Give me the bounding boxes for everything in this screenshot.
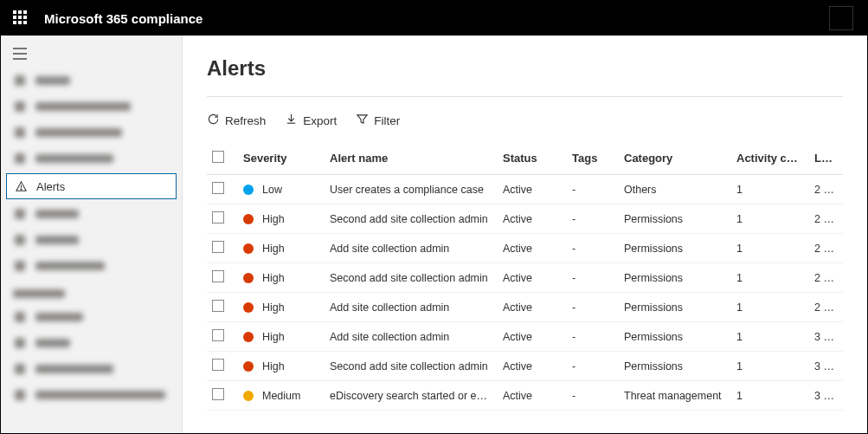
export-label: Export xyxy=(303,114,337,127)
refresh-button[interactable]: Refresh xyxy=(207,113,266,128)
activity-cell: 1 xyxy=(731,234,809,263)
last-cell: 2 months ago xyxy=(809,204,843,234)
filter-button[interactable]: Filter xyxy=(356,113,400,128)
category-cell: Permissions xyxy=(619,322,731,352)
app-launcher-icon[interactable] xyxy=(13,10,29,26)
activity-cell: 1 xyxy=(731,293,809,322)
alert-name-cell: eDiscovery search started or exported xyxy=(325,381,498,411)
tags-cell: - xyxy=(567,352,619,381)
severity-label: High xyxy=(262,272,285,284)
col-last-occurrence[interactable]: Last occurrence ... xyxy=(809,144,843,175)
col-category[interactable]: Category xyxy=(619,144,731,175)
export-button[interactable]: Export xyxy=(285,113,337,128)
severity-label: High xyxy=(262,213,285,225)
severity-label: High xyxy=(262,360,285,372)
activity-cell: 1 xyxy=(731,175,809,204)
tags-cell: - xyxy=(567,381,619,411)
alert-name-cell: Add site collection admin xyxy=(325,293,498,322)
brand-title: Microsoft 365 compliance xyxy=(44,11,203,26)
last-cell: 2 months ago xyxy=(809,263,843,293)
tags-cell: - xyxy=(567,293,619,322)
row-checkbox[interactable] xyxy=(212,359,224,371)
tags-cell: - xyxy=(567,322,619,352)
sidebar-section-heading xyxy=(1,279,182,304)
status-cell: Active xyxy=(498,263,567,293)
avatar[interactable] xyxy=(829,6,853,30)
severity-dot-icon xyxy=(243,332,254,342)
severity-label: Medium xyxy=(262,390,300,402)
page-title: Alerts xyxy=(207,56,843,81)
severity-dot-icon xyxy=(243,391,254,401)
table-row[interactable]: HighAdd site collection adminActive-Perm… xyxy=(207,322,843,352)
sidebar-item-redacted xyxy=(1,253,182,279)
table-row[interactable]: HighSecond add site collection adminActi… xyxy=(207,263,843,293)
col-tags[interactable]: Tags xyxy=(567,144,619,175)
category-cell: Permissions xyxy=(619,263,731,293)
status-cell: Active xyxy=(498,381,567,411)
sidebar-item-redacted xyxy=(1,146,182,172)
col-severity[interactable]: Severity xyxy=(238,144,325,175)
table-row[interactable]: HighSecond add site collection adminActi… xyxy=(207,352,843,381)
row-checkbox[interactable] xyxy=(212,329,224,341)
row-checkbox[interactable] xyxy=(212,388,224,400)
severity-label: High xyxy=(262,243,285,255)
col-activity-count[interactable]: Activity count xyxy=(731,144,809,175)
top-bar: Microsoft 365 compliance xyxy=(1,1,867,36)
filter-label: Filter xyxy=(374,114,400,127)
status-cell: Active xyxy=(498,234,567,263)
row-checkbox[interactable] xyxy=(212,182,224,194)
alert-name-cell: Second add site collection admin xyxy=(325,204,498,234)
activity-cell: 1 xyxy=(731,352,809,381)
alerts-table: Severity Alert name Status Tags Category… xyxy=(207,144,843,411)
table-row[interactable]: MediumeDiscovery search started or expor… xyxy=(207,381,843,411)
select-all-checkbox[interactable] xyxy=(212,151,224,163)
row-checkbox[interactable] xyxy=(212,211,224,223)
last-cell: 2 months ago xyxy=(809,293,843,322)
sidebar-item-redacted xyxy=(1,120,182,146)
severity-label: High xyxy=(262,331,285,343)
last-cell: 2 months ago xyxy=(809,175,843,204)
table-row[interactable]: HighAdd site collection adminActive-Perm… xyxy=(207,234,843,263)
tags-cell: - xyxy=(567,263,619,293)
last-cell: 3 months ago xyxy=(809,352,843,381)
row-checkbox[interactable] xyxy=(212,241,224,253)
col-status[interactable]: Status xyxy=(498,144,567,175)
row-checkbox[interactable] xyxy=(212,300,224,312)
category-cell: Permissions xyxy=(619,352,731,381)
alert-name-cell: Second add site collection admin xyxy=(325,263,498,293)
tags-cell: - xyxy=(567,204,619,234)
tags-cell: - xyxy=(567,234,619,263)
activity-cell: 1 xyxy=(731,322,809,352)
last-cell: 3 months ago xyxy=(809,381,843,411)
row-checkbox[interactable] xyxy=(212,270,224,282)
alert-name-cell: Add site collection admin xyxy=(325,322,498,352)
sidebar-item-redacted xyxy=(1,356,182,382)
table-row[interactable]: LowUser creates a compliance caseActive-… xyxy=(207,175,843,204)
activity-cell: 1 xyxy=(731,263,809,293)
severity-label: High xyxy=(262,301,285,314)
activity-cell: 1 xyxy=(731,204,809,234)
table-row[interactable]: HighSecond add site collection adminActi… xyxy=(207,204,843,234)
alert-name-cell: Add site collection admin xyxy=(325,234,498,263)
sidebar-item-redacted xyxy=(1,68,182,94)
severity-dot-icon xyxy=(243,243,254,254)
svg-point-4 xyxy=(20,189,21,190)
table-row[interactable]: HighAdd site collection adminActive-Perm… xyxy=(207,293,843,322)
activity-cell: 1 xyxy=(731,381,809,411)
col-alert-name[interactable]: Alert name xyxy=(325,144,498,175)
divider xyxy=(207,96,843,97)
refresh-label: Refresh xyxy=(225,114,266,127)
category-cell: Threat management xyxy=(619,381,731,411)
sidebar-item-redacted xyxy=(1,304,182,330)
sidebar-item-redacted xyxy=(1,227,182,253)
status-cell: Active xyxy=(498,204,567,234)
tags-cell: - xyxy=(567,175,619,204)
nav-toggle-button[interactable] xyxy=(1,42,182,68)
refresh-icon xyxy=(207,113,220,128)
severity-dot-icon xyxy=(243,273,254,283)
sidebar-item-redacted xyxy=(1,330,182,356)
sidebar: Alerts xyxy=(1,36,183,433)
sidebar-item-alerts[interactable]: Alerts xyxy=(6,173,177,199)
alert-name-cell: Second add site collection admin xyxy=(325,352,498,381)
status-cell: Active xyxy=(498,352,567,381)
